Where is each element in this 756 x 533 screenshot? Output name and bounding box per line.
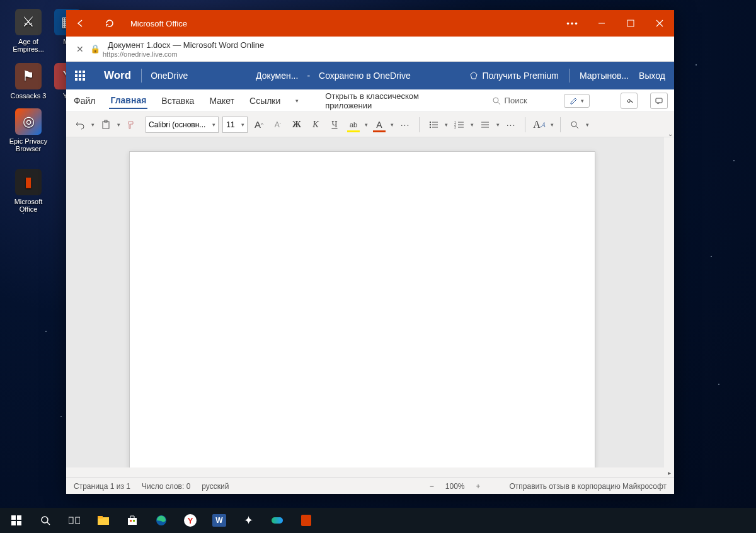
document-canvas[interactable]: ▸ [66, 137, 674, 478]
svg-line-29 [47, 522, 50, 525]
search-button[interactable] [33, 508, 58, 533]
undo-button[interactable] [72, 117, 88, 133]
undo-dropdown[interactable]: ▾ [91, 122, 94, 128]
taskbar: Y W ✦ [0, 508, 756, 533]
zoom-level[interactable]: 100% [445, 482, 465, 491]
titlebar-title: Microsoft Office [130, 19, 187, 28]
font-color-button[interactable]: A [372, 117, 387, 133]
collapse-ribbon-button[interactable]: ⌄ [668, 130, 673, 137]
svg-line-3 [498, 102, 500, 105]
tab-overflow[interactable]: ▾ [294, 95, 300, 106]
svg-rect-24 [11, 515, 16, 520]
icon-label: Microsoft Office [5, 198, 52, 213]
underline-button[interactable]: Ч [327, 117, 342, 133]
language[interactable]: русский [202, 482, 229, 491]
search-box[interactable]: Поиск [492, 96, 527, 105]
font-family-input[interactable] [146, 120, 209, 129]
feedback-link[interactable]: Отправить отзыв в корпорацию Майкрософт [510, 482, 667, 491]
status-bar: Страница 1 из 1 Число слов: 0 русский − … [66, 478, 674, 494]
svg-text:3: 3 [454, 125, 456, 129]
word-header: Word OneDrive Докумен... - Сохранено в O… [66, 62, 674, 89]
address-bar: ✕ 🔒 Документ 1.docx — Microsoft Word Onl… [66, 37, 674, 62]
tab-file[interactable]: Файл [72, 93, 96, 108]
user-name[interactable]: Мартынов... [580, 71, 629, 81]
horizontal-scrollbar[interactable] [66, 467, 674, 478]
svg-rect-5 [103, 122, 109, 129]
desktop-icon[interactable]: ⚑Cossacks 3 [5, 63, 52, 100]
minimize-button[interactable] [587, 10, 616, 37]
find-button[interactable] [567, 117, 582, 133]
zoom-out-button[interactable]: − [430, 482, 434, 491]
tab-home[interactable]: Главная [109, 93, 147, 109]
highlight-button[interactable]: ab [346, 117, 361, 133]
app-launcher-button[interactable] [66, 62, 94, 89]
document-name[interactable]: Докумен... [256, 71, 298, 81]
refresh-button[interactable] [95, 10, 124, 37]
more-paragraph-button[interactable]: ··· [503, 117, 518, 133]
paste-dropdown[interactable]: ▾ [117, 122, 120, 128]
yandex-icon[interactable]: Y [178, 508, 203, 533]
svg-point-11 [430, 126, 431, 127]
desktop-icon[interactable]: ◎Epic Privacy Browser [5, 108, 52, 152]
editing-mode-button[interactable]: ▾ [564, 94, 590, 108]
page-counter[interactable]: Страница 1 из 1 [74, 482, 130, 491]
maximize-button[interactable] [616, 10, 645, 37]
svg-rect-1 [627, 20, 634, 26]
bullets-button[interactable] [426, 117, 441, 133]
open-in-desktop[interactable]: Открыть в классическом приложении [325, 91, 455, 110]
zoom-in-button[interactable]: + [476, 482, 481, 491]
word-count[interactable]: Число слов: 0 [142, 482, 190, 491]
font-family-select[interactable]: ▾ [146, 117, 219, 133]
office-icon[interactable] [294, 508, 319, 533]
italic-button[interactable]: К [308, 117, 323, 133]
styles-button[interactable]: A𝓐 [532, 117, 547, 133]
back-button[interactable] [66, 10, 95, 37]
numbering-button[interactable]: 123 [452, 117, 467, 133]
onedrive-link[interactable]: OneDrive [151, 71, 188, 81]
close-tab-icon[interactable]: ✕ [72, 44, 88, 54]
align-button[interactable] [478, 117, 493, 133]
share-button[interactable] [621, 93, 638, 109]
premium-button[interactable]: Получить Premium [469, 71, 558, 81]
explorer-icon[interactable] [91, 508, 116, 533]
format-painter-button[interactable] [124, 117, 139, 133]
word-icon[interactable]: W [207, 508, 232, 533]
ribbon-tabs: Файл Главная Вставка Макет Ссылки ▾ Откр… [66, 89, 674, 112]
svg-rect-34 [128, 518, 137, 525]
decrease-font-button[interactable]: Aˇ [270, 117, 285, 133]
increase-font-button[interactable]: A^ [251, 117, 266, 133]
page[interactable] [129, 151, 595, 478]
font-size-select[interactable]: ▾ [222, 117, 248, 133]
comments-button[interactable] [650, 93, 668, 109]
edge-icon[interactable] [149, 508, 174, 533]
task-view-button[interactable] [62, 508, 87, 533]
exit-link[interactable]: Выход [639, 71, 665, 81]
tab-layout[interactable]: Макет [208, 93, 236, 108]
font-size-input[interactable] [223, 120, 238, 129]
app-icon[interactable]: ✦ [236, 508, 261, 533]
icon-label: Cossacks 3 [5, 92, 52, 100]
svg-rect-4 [656, 98, 662, 103]
close-button[interactable] [645, 10, 674, 37]
start-button[interactable] [4, 508, 29, 533]
desktop-icon[interactable]: ▮Microsoft Office [5, 169, 52, 213]
svg-rect-26 [11, 521, 16, 525]
saved-status[interactable]: Сохранено в OneDrive [319, 71, 411, 81]
svg-line-23 [576, 126, 578, 129]
scroll-right-button[interactable]: ▸ [664, 467, 674, 478]
more-font-button[interactable]: ··· [398, 117, 413, 133]
svg-point-2 [493, 98, 498, 103]
vertical-scrollbar[interactable] [664, 137, 674, 467]
app-icon-2[interactable] [265, 508, 290, 533]
bold-button[interactable]: Ж [289, 117, 304, 133]
more-button[interactable]: ••• [558, 10, 587, 37]
svg-rect-25 [17, 515, 21, 520]
svg-rect-36 [133, 520, 135, 522]
store-icon[interactable] [120, 508, 145, 533]
paste-button[interactable] [98, 117, 113, 133]
tab-references[interactable]: Ссылки [248, 93, 282, 108]
tab-insert[interactable]: Вставка [160, 93, 195, 108]
titlebar: Microsoft Office ••• [66, 10, 674, 37]
brand-label: Word [104, 69, 131, 82]
desktop-icon[interactable]: ⚔Age of Empires... [5, 9, 52, 53]
